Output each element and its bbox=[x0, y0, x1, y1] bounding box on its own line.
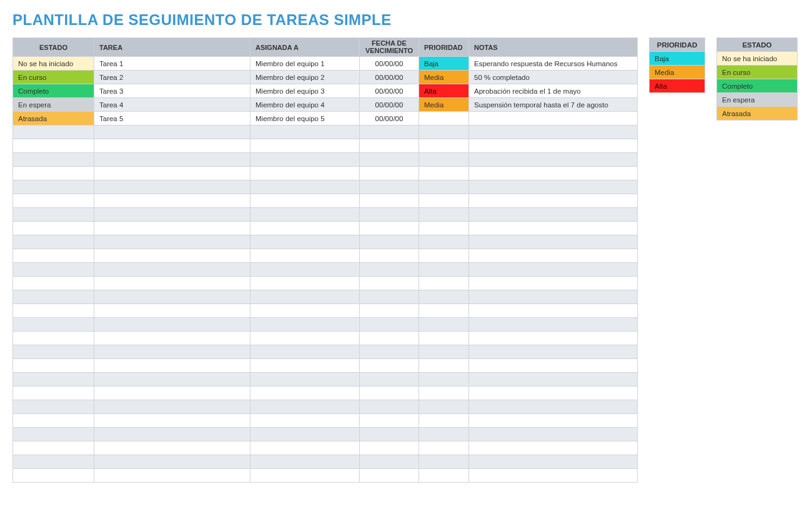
table-cell[interactable] bbox=[94, 387, 250, 400]
table-cell[interactable] bbox=[419, 194, 469, 208]
table-cell[interactable] bbox=[419, 400, 469, 414]
table-cell[interactable] bbox=[419, 263, 469, 277]
table-cell[interactable] bbox=[250, 249, 360, 263]
table-cell[interactable]: Tarea 5 bbox=[94, 112, 250, 126]
table-cell[interactable] bbox=[94, 428, 250, 441]
table-cell[interactable] bbox=[469, 332, 638, 345]
table-cell[interactable] bbox=[469, 290, 638, 304]
table-cell[interactable] bbox=[419, 387, 469, 400]
table-cell[interactable] bbox=[419, 277, 469, 290]
table-cell[interactable] bbox=[250, 167, 360, 180]
table-cell[interactable] bbox=[250, 153, 360, 167]
table-row[interactable] bbox=[13, 345, 638, 359]
table-cell[interactable] bbox=[360, 263, 419, 277]
table-cell[interactable] bbox=[94, 318, 250, 332]
table-cell[interactable] bbox=[13, 332, 94, 345]
table-cell[interactable] bbox=[250, 277, 360, 290]
table-cell[interactable] bbox=[360, 126, 419, 139]
table-row[interactable] bbox=[13, 455, 638, 469]
table-cell[interactable] bbox=[360, 304, 419, 318]
table-cell[interactable] bbox=[250, 290, 360, 304]
table-cell[interactable] bbox=[469, 400, 638, 414]
table-cell[interactable] bbox=[360, 249, 419, 263]
table-cell[interactable]: 00/00/00 bbox=[360, 84, 419, 98]
table-cell[interactable] bbox=[250, 263, 360, 277]
table-cell[interactable] bbox=[13, 359, 94, 373]
table-cell[interactable] bbox=[94, 249, 250, 263]
table-cell[interactable] bbox=[94, 126, 250, 139]
table-cell[interactable] bbox=[360, 414, 419, 428]
table-cell[interactable] bbox=[250, 139, 360, 153]
table-cell[interactable] bbox=[469, 387, 638, 400]
table-cell[interactable] bbox=[13, 277, 94, 290]
table-cell[interactable] bbox=[13, 126, 94, 139]
table-row[interactable] bbox=[13, 400, 638, 414]
table-cell[interactable] bbox=[419, 345, 469, 359]
table-cell[interactable]: Tarea 2 bbox=[94, 71, 250, 84]
table-row[interactable] bbox=[13, 167, 638, 180]
table-cell[interactable] bbox=[94, 469, 250, 483]
table-cell[interactable] bbox=[13, 249, 94, 263]
table-cell[interactable] bbox=[94, 414, 250, 428]
table-row[interactable]: AtrasadaTarea 5Miembro del equipo 500/00… bbox=[13, 112, 638, 126]
table-cell[interactable] bbox=[250, 304, 360, 318]
table-row[interactable] bbox=[13, 441, 638, 455]
table-cell[interactable] bbox=[250, 414, 360, 428]
table-cell[interactable] bbox=[469, 441, 638, 455]
table-cell[interactable] bbox=[13, 263, 94, 277]
table-cell[interactable] bbox=[419, 153, 469, 167]
table-cell[interactable] bbox=[469, 208, 638, 222]
table-cell[interactable] bbox=[94, 235, 250, 249]
table-cell[interactable] bbox=[250, 469, 360, 483]
table-cell[interactable]: Media bbox=[419, 71, 469, 84]
table-cell[interactable] bbox=[419, 208, 469, 222]
table-cell[interactable] bbox=[94, 222, 250, 235]
table-cell[interactable] bbox=[469, 373, 638, 387]
table-cell[interactable] bbox=[250, 180, 360, 194]
table-cell[interactable] bbox=[469, 194, 638, 208]
table-cell[interactable]: 00/00/00 bbox=[360, 71, 419, 84]
table-row[interactable] bbox=[13, 249, 638, 263]
table-row[interactable] bbox=[13, 126, 638, 139]
table-row[interactable]: CompletoTarea 3Miembro del equipo 300/00… bbox=[13, 84, 638, 98]
table-row[interactable]: En esperaTarea 4Miembro del equipo 400/0… bbox=[13, 98, 638, 112]
table-cell[interactable] bbox=[13, 290, 94, 304]
table-cell[interactable] bbox=[469, 318, 638, 332]
table-cell[interactable] bbox=[419, 359, 469, 373]
table-cell[interactable] bbox=[469, 153, 638, 167]
table-cell[interactable] bbox=[419, 249, 469, 263]
table-cell[interactable] bbox=[13, 180, 94, 194]
table-cell[interactable] bbox=[469, 112, 638, 126]
table-cell[interactable] bbox=[250, 208, 360, 222]
table-cell[interactable] bbox=[419, 469, 469, 483]
table-cell[interactable] bbox=[94, 359, 250, 373]
table-cell[interactable] bbox=[469, 345, 638, 359]
table-cell[interactable] bbox=[419, 414, 469, 428]
table-cell[interactable]: Completo bbox=[13, 84, 94, 98]
table-cell[interactable] bbox=[360, 345, 419, 359]
table-cell[interactable]: Miembro del equipo 1 bbox=[250, 57, 360, 71]
table-cell[interactable] bbox=[469, 126, 638, 139]
table-row[interactable] bbox=[13, 194, 638, 208]
table-row[interactable] bbox=[13, 208, 638, 222]
table-row[interactable] bbox=[13, 304, 638, 318]
table-cell[interactable]: Tarea 4 bbox=[94, 98, 250, 112]
table-cell[interactable] bbox=[419, 167, 469, 180]
table-cell[interactable] bbox=[419, 428, 469, 441]
table-cell[interactable]: Media bbox=[419, 98, 469, 112]
table-cell[interactable] bbox=[13, 441, 94, 455]
table-cell[interactable] bbox=[419, 373, 469, 387]
table-cell[interactable]: 00/00/00 bbox=[360, 98, 419, 112]
table-cell[interactable] bbox=[94, 290, 250, 304]
table-row[interactable] bbox=[13, 263, 638, 277]
table-row[interactable] bbox=[13, 373, 638, 387]
table-cell[interactable] bbox=[13, 469, 94, 483]
table-cell[interactable] bbox=[250, 441, 360, 455]
table-cell[interactable] bbox=[250, 345, 360, 359]
table-cell[interactable] bbox=[360, 222, 419, 235]
table-cell[interactable]: Tarea 3 bbox=[94, 84, 250, 98]
table-cell[interactable] bbox=[419, 126, 469, 139]
table-cell[interactable] bbox=[94, 400, 250, 414]
table-cell[interactable] bbox=[13, 139, 94, 153]
table-cell[interactable] bbox=[360, 290, 419, 304]
